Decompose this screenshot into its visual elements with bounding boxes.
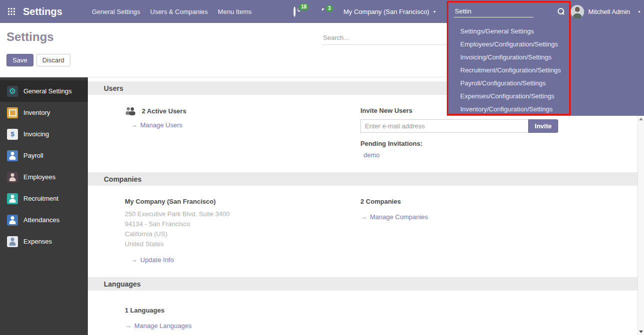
menu-search-results: Settings/General Settings Employees/Conf…: [447, 23, 644, 116]
pending-invitations-label: Pending Invitations:: [360, 140, 558, 147]
active-users: 2 Active Users: [125, 107, 360, 115]
inventory-box-icon: [7, 107, 18, 118]
menu-item-users-companies[interactable]: Users & Companies: [150, 8, 208, 15]
sidebar-item-label: Invoicing: [23, 130, 49, 138]
activity-systray-button[interactable]: 18: [294, 7, 296, 16]
pending-invitation-user-link[interactable]: demo: [363, 151, 380, 159]
topbar: Settings General Settings Users & Compan…: [0, 0, 644, 23]
settings-search-box: [322, 31, 447, 45]
search-result-item[interactable]: Invoicing/Configuration/Settings: [460, 51, 644, 64]
sidebar-item-employees[interactable]: Employees: [0, 166, 88, 188]
menu-search-dropdown: Settings/General Settings Employees/Conf…: [447, 23, 644, 116]
menu-search-box: [447, 0, 572, 23]
search-result-item[interactable]: Expenses/Configuration/Settings: [460, 90, 644, 103]
search-result-item[interactable]: Settings/General Settings: [460, 25, 644, 38]
sidebar-item-label: Payroll: [23, 152, 43, 159]
companies-count-label: 2 Companies: [360, 198, 558, 205]
settings-search-input[interactable]: [322, 31, 447, 45]
manage-users-link[interactable]: Manage Users: [131, 121, 183, 129]
search-result-item[interactable]: Inventory/Configuration/Settings: [460, 103, 644, 116]
sidebar-item-payroll[interactable]: Payroll: [0, 145, 88, 166]
section-title: Users: [104, 84, 123, 92]
save-button[interactable]: Save: [6, 54, 33, 66]
sidebar-item-attendances[interactable]: Attendances: [0, 209, 88, 231]
companies-left-column: My Company (San Francisco) 250 Executive…: [125, 198, 360, 264]
apps-menu-button[interactable]: [0, 0, 23, 23]
company-switcher-label: My Company (San Francisco): [343, 8, 429, 15]
topbar-menu: General Settings Users & Companies Menu …: [92, 8, 252, 15]
companies-right-column: 2 Companies Manage Companies: [360, 198, 558, 264]
sidebar-item-inventory[interactable]: Inventory: [0, 102, 88, 123]
user-menu[interactable]: Mitchell Admin ▼: [571, 0, 641, 23]
invite-button[interactable]: Invite: [528, 119, 558, 133]
sidebar-item-label: Inventory: [23, 109, 50, 116]
settings-content: Users 2 Active Users Manage Users Invite…: [88, 77, 638, 335]
messages-count-badge: 3: [326, 5, 333, 12]
users-left-column: 2 Active Users Manage Users: [125, 107, 360, 159]
user-name: Mitchell Admin: [588, 8, 630, 15]
activity-count-badge: 18: [299, 3, 309, 10]
sidebar-item-expenses[interactable]: Expenses: [0, 231, 88, 252]
employees-people-icon: [7, 172, 18, 183]
user-avatar: [571, 5, 584, 18]
sidebar-item-label: Recruitment: [23, 195, 58, 202]
section-header-languages: Languages: [88, 277, 638, 291]
section-title: Companies: [104, 175, 141, 183]
sidebar-item-label: Expenses: [23, 238, 52, 245]
arrow-right-icon: [131, 121, 137, 129]
languages-section: 1 Languages Manage Languages: [88, 291, 638, 330]
search-icon[interactable]: [558, 8, 565, 15]
attendances-person-icon: [7, 215, 18, 226]
sidebar-item-label: Attendances: [23, 216, 59, 224]
payroll-person-icon: [7, 150, 18, 161]
apps-grid-icon: [8, 8, 15, 15]
arrow-right-icon: [125, 322, 131, 330]
update-info-link[interactable]: Update Info: [131, 256, 174, 264]
control-panel-buttons: Save Discard: [6, 54, 70, 66]
invite-email-input[interactable]: [360, 119, 529, 133]
vertical-scrollbar[interactable]: [638, 116, 644, 335]
search-result-item[interactable]: Employees/Configuration/Settings: [460, 38, 644, 51]
address-line: 94134 - San Francisco: [125, 219, 360, 229]
activity-clock-icon: [294, 6, 296, 17]
sidebar-item-general-settings[interactable]: General Settings: [0, 80, 88, 102]
gear-icon: [7, 86, 18, 97]
search-result-item[interactable]: Recruitment/Configuration/Settings: [460, 64, 644, 77]
discard-button[interactable]: Discard: [36, 54, 70, 66]
scroll-up-arrow-icon[interactable]: [639, 118, 643, 120]
invite-input-group: Invite: [360, 119, 558, 133]
manage-companies-link[interactable]: Manage Companies: [360, 213, 428, 221]
address-line: 250 Executive Park Blvd, Suite 3400: [125, 209, 360, 219]
people-group-icon: [125, 107, 137, 115]
menu-search-input[interactable]: [454, 5, 534, 17]
search-result-item[interactable]: Payroll/Configuration/Settings: [460, 77, 644, 90]
invoicing-dollar-icon: [7, 129, 18, 140]
chevron-down-icon: ▼: [433, 10, 436, 13]
company-address: 250 Executive Park Blvd, Suite 3400 9413…: [125, 209, 360, 249]
sidebar-item-recruitment[interactable]: Recruitment: [0, 188, 88, 209]
company-switcher[interactable]: My Company (San Francisco) ▼: [343, 0, 436, 23]
current-company-name: My Company (San Francisco): [125, 198, 360, 205]
section-title: Languages: [104, 280, 141, 288]
arrow-right-icon: [360, 213, 367, 221]
page-title: Settings: [6, 30, 54, 44]
manage-languages-link[interactable]: Manage Languages: [125, 322, 192, 330]
active-users-label: 2 Active Users: [142, 107, 186, 115]
sidebar-item-label: General Settings: [23, 87, 72, 95]
languages-count-label: 1 Languages: [125, 307, 626, 314]
sidebar-item-label: Employees: [23, 173, 55, 181]
settings-sidebar: General Settings Inventory Invoicing Pay…: [0, 77, 88, 335]
app-title[interactable]: Settings: [23, 6, 62, 17]
menu-item-menu-items[interactable]: Menu Items: [218, 8, 252, 15]
address-line: United States: [125, 239, 360, 249]
expenses-person-icon: [7, 236, 18, 247]
companies-section: My Company (San Francisco) 250 Executive…: [88, 186, 638, 277]
scroll-down-arrow-icon[interactable]: [639, 331, 643, 333]
menu-item-general-settings[interactable]: General Settings: [92, 8, 140, 15]
address-line: California (US): [125, 229, 360, 239]
recruitment-person-icon: [7, 193, 18, 204]
chevron-down-icon: ▼: [638, 10, 641, 13]
sidebar-item-invoicing[interactable]: Invoicing: [0, 123, 88, 145]
arrow-right-icon: [131, 256, 137, 264]
section-header-companies: Companies: [88, 172, 638, 186]
